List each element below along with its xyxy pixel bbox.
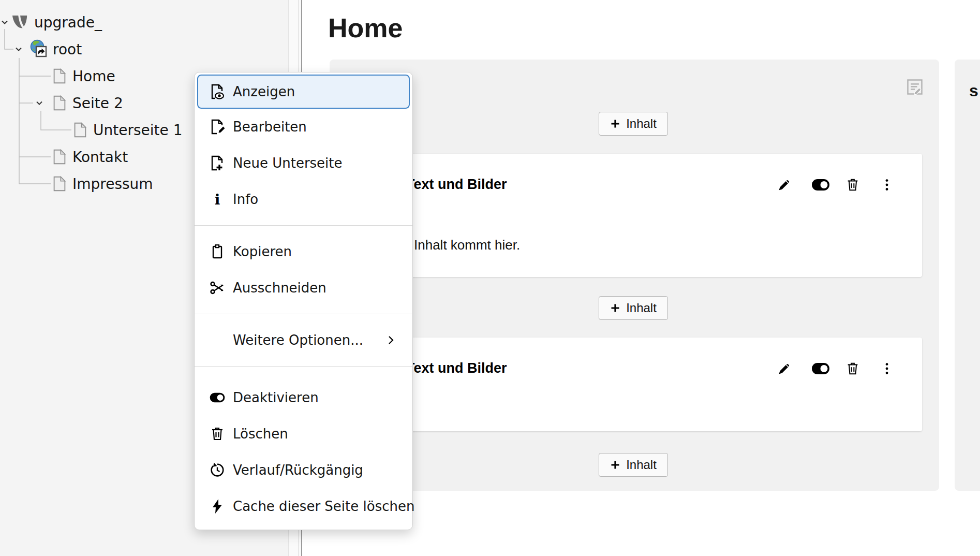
context-menu-label: Löschen	[233, 426, 288, 442]
edit-icon[interactable]	[777, 177, 792, 193]
tree-item-site[interactable]: upgrade_	[0, 9, 243, 36]
trash-icon[interactable]	[845, 361, 860, 376]
context-menu-label: Info	[233, 192, 258, 207]
content-element-body-text: l Inhalt kommt hier.	[407, 237, 520, 253]
toggle-visibility-icon[interactable]	[811, 361, 826, 376]
chevron-down-icon[interactable]	[35, 99, 43, 107]
tree-item-label: Home	[72, 68, 115, 85]
tree-item-label: Seite 2	[72, 95, 123, 112]
globe-shortcut-icon	[29, 39, 49, 59]
edit-page-notes-icon[interactable]	[905, 78, 924, 96]
context-menu-item-delete[interactable]: Löschen	[195, 416, 412, 452]
toggle-icon	[209, 389, 226, 406]
add-content-button[interactable]: Inhalt	[599, 296, 668, 320]
history-icon	[209, 462, 226, 478]
svg-text:i: i	[215, 191, 220, 208]
context-menu-item-clear-cache[interactable]: Cache dieser Seite löschen	[195, 488, 412, 524]
secondary-content-column: s	[955, 60, 980, 491]
info-icon: i	[209, 191, 226, 208]
content-element-actions	[777, 177, 895, 193]
add-content-label: Inhalt	[626, 301, 657, 315]
context-menu-item-info[interactable]: i Info	[195, 181, 412, 217]
cut-icon	[209, 280, 226, 296]
page-title: Home	[328, 12, 403, 43]
context-menu-item-cut[interactable]: Ausschneiden	[195, 270, 412, 306]
edit-icon[interactable]	[777, 361, 792, 376]
bolt-icon	[209, 498, 226, 515]
context-menu-label: Verlauf/Rückgängig	[233, 462, 363, 478]
context-menu-item-view[interactable]: Anzeigen	[197, 75, 410, 109]
page-icon	[53, 149, 66, 165]
chevron-right-icon	[384, 333, 398, 347]
context-menu-item-history[interactable]: Verlauf/Rückgängig	[195, 452, 412, 488]
context-menu-item-disable[interactable]: Deaktivieren	[195, 379, 412, 416]
kebab-menu-icon[interactable]	[879, 177, 895, 193]
context-menu-label: Weitere Optionen...	[233, 332, 363, 348]
context-menu-label: Neue Unterseite	[233, 155, 343, 171]
content-element-card[interactable]: Text und Bilder	[342, 154, 922, 277]
context-menu-label: Bearbeiten	[233, 119, 307, 135]
content-element-card[interactable]: Text und Bilder	[342, 338, 922, 431]
page-icon	[73, 122, 87, 138]
add-content-button[interactable]: Inhalt	[599, 453, 668, 477]
chevron-down-icon[interactable]	[14, 45, 23, 53]
content-element-title: Text und Bilder	[406, 177, 507, 193]
add-content-label: Inhalt	[626, 116, 657, 131]
context-menu-item-more-options[interactable]: Weitere Optionen...	[195, 322, 412, 358]
view-page-icon	[209, 83, 226, 100]
tree-item-label: upgrade_	[34, 14, 102, 31]
chevron-down-icon[interactable]	[1, 18, 9, 26]
tree-item-label: Impressum	[72, 175, 153, 193]
content-element-actions	[777, 361, 895, 376]
copy-icon	[209, 243, 226, 260]
typo3-logo-icon	[11, 14, 29, 30]
context-menu-item-edit[interactable]: Bearbeiten	[195, 109, 412, 145]
context-menu-item-new-subpage[interactable]: Neue Unterseite	[195, 145, 412, 181]
typo3-backend: upgrade_ root	[0, 0, 980, 556]
new-subpage-icon	[209, 155, 226, 171]
page-icon	[53, 95, 66, 111]
tree-item-label: root	[53, 41, 82, 58]
plus-icon	[610, 119, 620, 129]
secondary-column-heading: s	[969, 81, 978, 100]
add-content-button[interactable]: Inhalt	[599, 112, 668, 136]
trash-icon	[209, 426, 226, 442]
menu-divider	[195, 366, 412, 367]
tree-item-label: Unterseite 1	[93, 122, 182, 139]
add-content-label: Inhalt	[626, 458, 657, 472]
tree-item-root[interactable]: root	[0, 36, 243, 63]
page-content-column: Inhalt Text und Bilder	[330, 60, 939, 491]
context-menu-label: Deaktivieren	[233, 390, 319, 405]
content-element-title: Text und Bilder	[406, 360, 507, 376]
page-icon	[53, 68, 66, 84]
kebab-menu-icon[interactable]	[879, 361, 895, 376]
page-context-menu: Anzeigen Bearbeiten Neue	[194, 72, 413, 530]
context-menu-label: Kopieren	[233, 244, 292, 259]
trash-icon[interactable]	[845, 177, 860, 193]
plus-icon	[610, 303, 620, 313]
plus-icon	[610, 460, 620, 470]
page-icon	[53, 176, 66, 192]
context-menu-item-copy[interactable]: Kopieren	[195, 233, 412, 270]
menu-icon-spacer	[209, 332, 226, 348]
tree-item-label: Kontakt	[72, 149, 128, 166]
menu-divider	[195, 314, 412, 314]
context-menu-label: Ausschneiden	[233, 280, 326, 296]
toggle-visibility-icon[interactable]	[811, 177, 826, 193]
edit-page-icon	[209, 119, 226, 135]
context-menu-label: Cache dieser Seite löschen	[233, 499, 414, 514]
menu-divider	[195, 225, 412, 226]
context-menu-label: Anzeigen	[233, 84, 295, 99]
